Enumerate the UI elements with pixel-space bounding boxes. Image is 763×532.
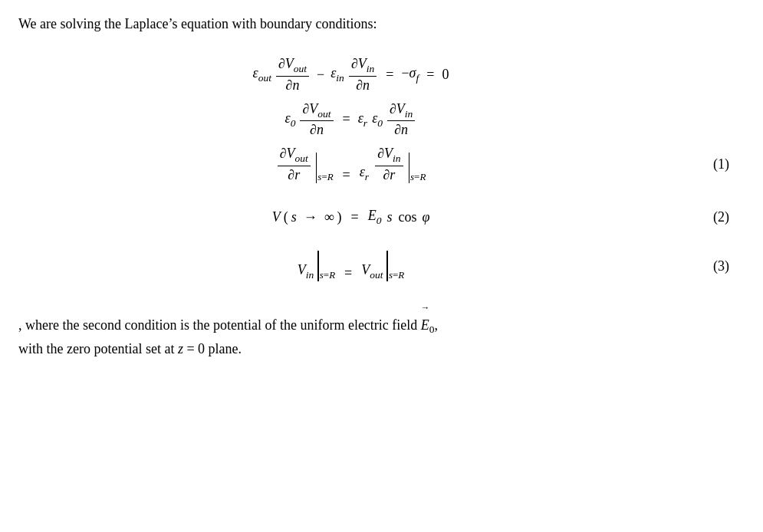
equation-block-3: Vin s=R = Vout s=R bbox=[18, 251, 745, 281]
eq-number-2: (2) bbox=[683, 209, 745, 225]
phi: φ bbox=[422, 209, 429, 225]
zero-1: 0 bbox=[442, 67, 449, 83]
eval-bar-3-lhs: s=R bbox=[317, 251, 335, 281]
frac-Vin-r: ∂Vin ∂r bbox=[375, 146, 403, 183]
equals-6: = bbox=[344, 265, 352, 281]
frac-Vin-n-1: ∂Vin ∂n bbox=[349, 56, 377, 94]
eq-line-1b-content: ε0 ∂Vout ∂n = εr ε0 ∂Vin ∂n bbox=[18, 101, 683, 139]
eq-line-3-content: Vin s=R = Vout s=R bbox=[18, 251, 683, 281]
Vin-label: Vin bbox=[298, 262, 314, 281]
E0-sub: 0 bbox=[429, 323, 435, 335]
eq-line-1c-content: ∂Vout ∂r s=R = εr ∂Vin ∂r bbox=[18, 146, 683, 183]
Vout-label: Vout bbox=[361, 262, 383, 281]
frac-Vout-n-2: ∂Vout ∂n bbox=[300, 101, 333, 139]
intro-text: We are solving the Laplace’s equation wi… bbox=[18, 14, 745, 34]
frac-Vout-n-1: ∂Vout ∂n bbox=[276, 56, 309, 94]
equals-5: = bbox=[350, 209, 358, 225]
math-expr-1a: εout ∂Vout ∂n − εin ∂Vin ∂n bbox=[253, 56, 449, 94]
s-var-2: s bbox=[386, 209, 392, 225]
intro-label: We are solving the Laplace’s equation wi… bbox=[18, 16, 377, 31]
equals-1: = bbox=[386, 67, 393, 83]
math-expr-1c: ∂Vout ∂r s=R = εr ∂Vin ∂r bbox=[276, 146, 426, 183]
outro-line1: , where the second condition is the pote… bbox=[18, 317, 421, 333]
math-expr-2: V ( s → ∞ ) = E0 s cos φ bbox=[272, 208, 430, 227]
eq-line-1c: ∂Vout ∂r s=R = εr ∂Vin ∂r bbox=[18, 146, 745, 183]
close-paren: ) bbox=[337, 209, 341, 225]
cos: cos bbox=[398, 209, 416, 225]
page-content: We are solving the Laplace’s equation wi… bbox=[18, 14, 745, 360]
epsilon-in: εin bbox=[331, 65, 344, 84]
open-paren: ( bbox=[284, 209, 288, 225]
eq-line-2-content: V ( s → ∞ ) = E0 s cos φ bbox=[18, 208, 683, 227]
arrow: → bbox=[304, 209, 317, 225]
outro-end: plane. bbox=[209, 341, 242, 356]
s-var: s bbox=[291, 209, 297, 225]
eq-line-3: Vin s=R = Vout s=R bbox=[18, 251, 745, 281]
outro-text: , where the second condition is the pote… bbox=[18, 306, 745, 360]
V-func: V bbox=[272, 209, 281, 225]
equation-block-2: V ( s → ∞ ) = E0 s cos φ (2) bbox=[18, 208, 745, 227]
infinity: ∞ bbox=[324, 209, 334, 225]
math-expr-3: Vin s=R = Vout s=R bbox=[298, 251, 405, 281]
equals-4: = bbox=[343, 167, 350, 183]
eq-line-1a-content: εout ∂Vout ∂n − εin ∂Vin ∂n bbox=[18, 56, 683, 94]
equals-2: = bbox=[426, 67, 434, 83]
math-expr-1b: ε0 ∂Vout ∂n = εr ε0 ∂Vin ∂n bbox=[285, 101, 417, 139]
eq-number-3: (3) bbox=[683, 258, 745, 274]
eval-bar-rhs: s=R bbox=[408, 153, 426, 183]
eval-bar-3-rhs: s=R bbox=[386, 251, 404, 281]
epsilon-0-rhs: ε0 bbox=[372, 110, 383, 130]
equation-block-1: εout ∂Vout ∂n − εin ∂Vin ∂n bbox=[18, 56, 745, 183]
eval-bar-lhs: s=R bbox=[315, 153, 334, 183]
outro-line2: with the zero potential set at z = 0 bbox=[18, 341, 209, 356]
epsilon-out: εout bbox=[253, 65, 271, 84]
equals-3: = bbox=[343, 111, 350, 127]
frac-Vout-r: ∂Vout ∂r bbox=[278, 146, 311, 183]
eq-line-2: V ( s → ∞ ) = E0 s cos φ (2) bbox=[18, 208, 745, 227]
eq-line-1a: εout ∂Vout ∂n − εin ∂Vin ∂n bbox=[18, 56, 745, 94]
epsilon-0-lhs: ε0 bbox=[285, 110, 296, 130]
epsilon-r: εr bbox=[358, 110, 367, 130]
E0: E0 bbox=[368, 208, 382, 227]
minus-sign-1: − bbox=[317, 67, 324, 83]
epsilon-r-2: εr bbox=[360, 164, 369, 183]
eq-line-1b: ε0 ∂Vout ∂n = εr ε0 ∂Vin ∂n bbox=[18, 101, 745, 139]
eq-number-1: (1) bbox=[683, 156, 745, 172]
sigma-expr: −σf bbox=[401, 65, 419, 84]
E0-vec: E bbox=[421, 306, 429, 337]
frac-Vin-n-2: ∂Vin ∂n bbox=[387, 101, 415, 139]
